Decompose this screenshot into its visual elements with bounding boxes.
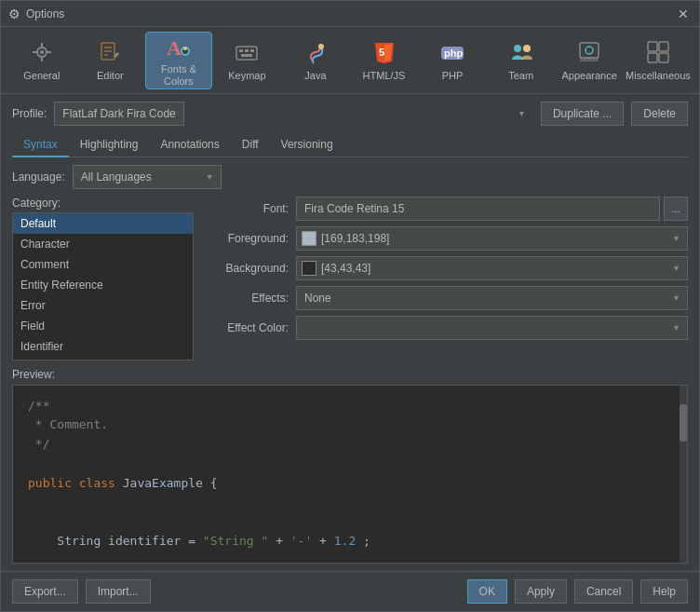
toolbar-item-appearance[interactable]: Appearance (556, 32, 623, 89)
svg-text:A: A (167, 36, 182, 60)
toolbar-item-editor[interactable]: Editor (77, 32, 144, 89)
category-item-field[interactable]: Field (13, 316, 193, 336)
kw-public: public (28, 476, 72, 490)
category-item-default[interactable]: Default (13, 213, 193, 234)
effect-color-select[interactable] (296, 316, 688, 340)
code-line-6 (28, 494, 672, 513)
language-row: Language: All Languages (12, 165, 688, 189)
code-line-8: String identifier = "String " + '-' + 1.… (28, 532, 672, 551)
svg-text:5: 5 (379, 47, 384, 58)
delete-button[interactable]: Delete (631, 102, 688, 126)
background-label: Background: (205, 262, 289, 275)
toolbar-item-html-js-label: HTML/JS (363, 70, 406, 82)
ok-button[interactable]: OK (467, 579, 507, 604)
font-value-row: Fira Code Retina 15 ... (296, 197, 688, 221)
background-select[interactable]: [43,43,43] (296, 256, 688, 280)
tab-annotations[interactable]: Annotations (149, 133, 230, 157)
svg-rect-17 (250, 49, 254, 52)
toolbar-item-fonts-colors-label: Fonts & Colors (152, 63, 206, 88)
effects-row: Effects: None (205, 286, 688, 310)
tab-highlighting[interactable]: Highlighting (69, 133, 150, 157)
apply-button[interactable]: Apply (515, 579, 567, 604)
font-label: Font: (205, 202, 289, 215)
duplicate-button[interactable]: Duplicate ... (541, 102, 624, 126)
import-button[interactable]: Import... (86, 579, 151, 604)
svg-rect-14 (236, 47, 257, 60)
effect-color-row: Effect Color: (205, 316, 688, 340)
foreground-label: Foreground: (205, 232, 289, 245)
category-list: Default Character Comment Entity Referen… (12, 212, 194, 360)
window-icon: ⚙ (8, 7, 20, 21)
tab-versioning[interactable]: Versioning (270, 133, 344, 157)
tab-diff[interactable]: Diff (231, 133, 270, 157)
language-select[interactable]: All Languages (73, 165, 222, 189)
toolbar-item-editor-label: Editor (97, 70, 124, 82)
scrollbar-track (680, 386, 687, 563)
options-window: ⚙ Options ✕ General (0, 0, 700, 612)
bottom-area: Category: Default Character Comment Enti… (12, 197, 688, 360)
svg-rect-30 (648, 42, 657, 51)
toolbar: General Editor A (1, 27, 699, 94)
scrollbar-thumb[interactable] (680, 404, 687, 442)
svg-point-13 (183, 47, 187, 50)
category-item-comment[interactable]: Comment (13, 254, 193, 275)
svg-rect-33 (659, 53, 668, 62)
svg-point-1 (40, 50, 44, 54)
toolbar-item-misc[interactable]: Miscellaneous (625, 32, 692, 89)
toolbar-item-appearance-label: Appearance (562, 70, 617, 82)
svg-point-26 (523, 45, 531, 52)
toolbar-item-team[interactable]: Team (488, 32, 555, 89)
svg-rect-16 (245, 49, 249, 52)
background-row: Background: [43,43,43] (205, 256, 688, 280)
toolbar-item-php[interactable]: php PHP (419, 32, 486, 89)
code-line-5: public class JavaExample { (28, 474, 672, 494)
toolbar-item-fonts-colors[interactable]: A Fonts & Colors (145, 32, 212, 89)
main-area: Language: All Languages Category: Defaul… (12, 165, 688, 564)
background-select-wrapper: [43,43,43] (296, 256, 688, 280)
svg-rect-15 (239, 49, 243, 52)
help-button[interactable]: Help (640, 579, 688, 604)
toolbar-item-java[interactable]: Java (282, 32, 349, 89)
footer-right: OK Apply Cancel Help (467, 579, 688, 604)
font-browse-button[interactable]: ... (664, 197, 688, 221)
java-icon (301, 37, 330, 67)
profile-select-wrapper: FlatLaf Dark Fira Code (54, 102, 533, 126)
profile-select[interactable]: FlatLaf Dark Fira Code (54, 102, 184, 126)
toolbar-item-general[interactable]: General (8, 32, 75, 89)
keymap-icon (232, 37, 262, 67)
toolbar-item-keymap[interactable]: Keymap (214, 32, 281, 89)
svg-rect-28 (580, 58, 599, 61)
toolbar-item-keymap-label: Keymap (228, 70, 265, 82)
footer-left: Export... Import... (12, 579, 151, 604)
window-title: Options (26, 7, 64, 20)
profile-row: Profile: FlatLaf Dark Fira Code Duplicat… (12, 102, 688, 126)
number-1: 1.2 (334, 534, 356, 548)
category-item-entity-reference[interactable]: Entity Reference (13, 275, 193, 295)
background-swatch (302, 261, 316, 276)
string-1: "String " (203, 534, 268, 548)
effect-color-select-wrapper (296, 316, 688, 340)
cancel-button[interactable]: Cancel (574, 579, 633, 604)
tab-syntax[interactable]: Syntax (12, 133, 69, 157)
toolbar-item-php-label: PHP (442, 70, 464, 82)
export-button[interactable]: Export... (12, 579, 78, 604)
category-item-identifier[interactable]: Identifier (13, 336, 193, 357)
editor-icon (95, 37, 125, 67)
toolbar-item-html-js[interactable]: 5 HTML/JS (351, 32, 418, 89)
foreground-swatch (302, 231, 316, 246)
team-icon (506, 37, 536, 67)
php-icon: php (438, 37, 467, 67)
effects-select[interactable]: None (296, 286, 688, 310)
code-line-7 (28, 512, 672, 532)
svg-rect-18 (241, 54, 252, 57)
category-item-character[interactable]: Character (13, 234, 193, 254)
font-row: Font: Fira Code Retina 15 ... (205, 197, 688, 221)
close-button[interactable]: ✕ (675, 6, 692, 22)
kw-class: class (79, 476, 115, 490)
category-label: Category: (12, 197, 194, 210)
code-line-3: */ (28, 435, 672, 455)
category-item-error[interactable]: Error (13, 295, 193, 316)
toolbar-item-general-label: General (23, 70, 60, 82)
footer: Export... Import... OK Apply Cancel Help (1, 571, 699, 611)
foreground-select[interactable]: [169,183,198] (296, 226, 688, 251)
